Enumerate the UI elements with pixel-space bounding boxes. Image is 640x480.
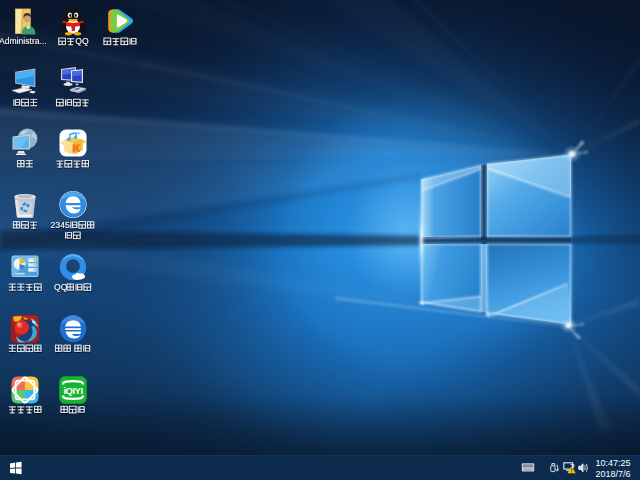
- svg-text:Administra...: Administra...: [0, 36, 47, 46]
- svg-text:QQ: QQ: [54, 282, 68, 292]
- svg-text:iQIYI: iQIYI: [63, 385, 82, 396]
- svg-text:2345: 2345: [51, 220, 70, 230]
- svg-text:QQ: QQ: [75, 36, 89, 46]
- svg-text:2018/7/6: 2018/7/6: [595, 469, 630, 479]
- svg-text:10:47:25: 10:47:25: [595, 458, 630, 468]
